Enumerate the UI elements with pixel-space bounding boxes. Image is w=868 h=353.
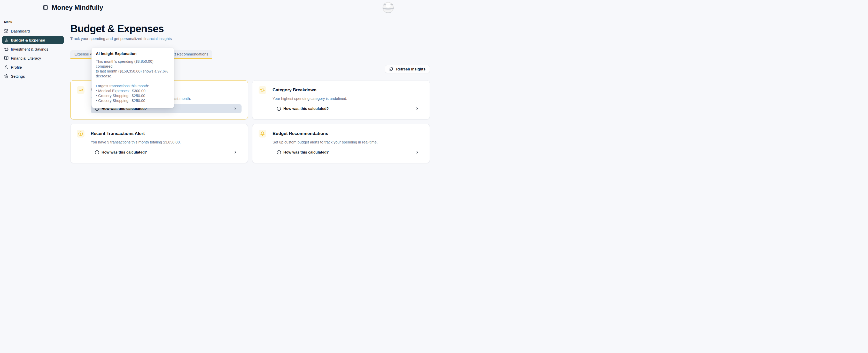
card-title: Category Breakdown bbox=[273, 87, 424, 93]
repeat-icon bbox=[258, 86, 266, 94]
popover-title: AI Insight Explanation bbox=[96, 51, 170, 56]
ai-insight-popover: AI Insight Explanation This month's spen… bbox=[91, 47, 174, 108]
sidebar-item-investment-savings[interactable]: Investment & Savings bbox=[2, 45, 64, 53]
sidebar-toggle-button[interactable] bbox=[42, 4, 49, 11]
card-category-breakdown: Category Breakdown Your highest spending… bbox=[252, 80, 430, 119]
refresh-insights-label: Refresh Insights bbox=[396, 67, 426, 71]
trending-up-icon bbox=[77, 86, 85, 94]
sidebar-item-dashboard[interactable]: Dashboard bbox=[2, 27, 64, 35]
sidebar-item-label: Dashboard bbox=[11, 29, 30, 33]
popover-text-line: • Grocery Shopping: -$250.00 bbox=[96, 98, 170, 103]
popover-text-line: to last month ($159,350.00) shows a 97.6… bbox=[96, 69, 170, 74]
panel-left-icon bbox=[43, 5, 48, 10]
popover-text-line: • Grocery Shopping: -$250.00 bbox=[96, 94, 170, 98]
how-calculated-label: How was this calculated? bbox=[283, 107, 329, 111]
chevron-right-icon bbox=[415, 107, 419, 111]
user-icon bbox=[4, 65, 8, 69]
alert-circle-icon bbox=[77, 130, 85, 138]
card-body: Your highest spending category is undefi… bbox=[273, 96, 424, 101]
piggy-bank-icon bbox=[4, 47, 8, 51]
popover-text-line: • Medical Expenses: -$300.00 bbox=[96, 89, 170, 94]
app-title: Money Mindfully bbox=[52, 4, 103, 12]
app-header: Money Mindfully bbox=[0, 0, 434, 15]
sidebar-item-label: Settings bbox=[11, 74, 25, 78]
how-calculated-row[interactable]: How was this calculated? bbox=[273, 104, 424, 113]
sidebar-item-label: Profile bbox=[11, 65, 22, 69]
sidebar-item-label: Investment & Savings bbox=[11, 47, 48, 51]
how-calculated-row[interactable]: How was this calculated? bbox=[91, 148, 242, 156]
popover-body: This month's spending ($3,850.00) compar… bbox=[96, 59, 170, 103]
popover-text-line: decrease. bbox=[96, 74, 170, 79]
chevron-right-icon bbox=[233, 150, 238, 154]
chevron-right-icon bbox=[415, 150, 419, 154]
popover-text-line: This month's spending ($3,850.00) compar… bbox=[96, 59, 170, 69]
popover-text-line: Largest transactions this month: bbox=[96, 83, 170, 89]
card-body: You have 9 transactions this month total… bbox=[91, 140, 242, 145]
info-icon bbox=[277, 107, 281, 111]
bell-icon bbox=[258, 130, 266, 138]
sidebar-item-settings[interactable]: Settings bbox=[2, 72, 64, 80]
page-subtitle: Track your spending and get personalized… bbox=[70, 36, 430, 41]
card-body: Set up custom budget alerts to track you… bbox=[273, 140, 424, 145]
how-calculated-label: How was this calculated? bbox=[283, 150, 329, 154]
card-title: Recent Transactions Alert bbox=[91, 131, 242, 136]
page-title: Budget & Expenses bbox=[70, 23, 430, 34]
user-avatar[interactable] bbox=[382, 2, 394, 13]
refresh-insights-button[interactable]: Refresh Insights bbox=[385, 65, 430, 73]
sidebar-item-profile[interactable]: Profile bbox=[2, 63, 64, 71]
sidebar: Menu Dashboard Budget & Expense Investme… bbox=[0, 15, 66, 176]
card-budget-recommendations: Budget Recommendations Set up custom bud… bbox=[252, 124, 430, 163]
sidebar-item-financial-literacy[interactable]: Financial Literacy bbox=[2, 54, 64, 62]
popover-spacer bbox=[96, 79, 170, 83]
refresh-icon bbox=[389, 67, 393, 71]
chevron-right-icon bbox=[233, 107, 238, 111]
sidebar-section-label: Menu bbox=[4, 20, 64, 24]
sidebar-item-label: Financial Literacy bbox=[11, 56, 41, 60]
how-calculated-label: How was this calculated? bbox=[101, 150, 147, 154]
sidebar-nav: Dashboard Budget & Expense Investment & … bbox=[2, 27, 64, 80]
book-open-icon bbox=[4, 56, 8, 60]
how-calculated-row[interactable]: How was this calculated? bbox=[273, 148, 424, 156]
info-icon bbox=[95, 150, 99, 154]
gear-icon bbox=[4, 74, 8, 78]
sidebar-item-label: Budget & Expense bbox=[11, 38, 45, 42]
bar-chart-icon bbox=[4, 38, 8, 42]
info-icon bbox=[277, 150, 281, 154]
sidebar-item-budget-expense[interactable]: Budget & Expense bbox=[2, 36, 64, 44]
card-title: Budget Recommendations bbox=[273, 131, 424, 136]
layout-dashboard-icon bbox=[4, 29, 8, 33]
card-recent-transactions-alert: Recent Transactions Alert You have 9 tra… bbox=[70, 124, 248, 163]
